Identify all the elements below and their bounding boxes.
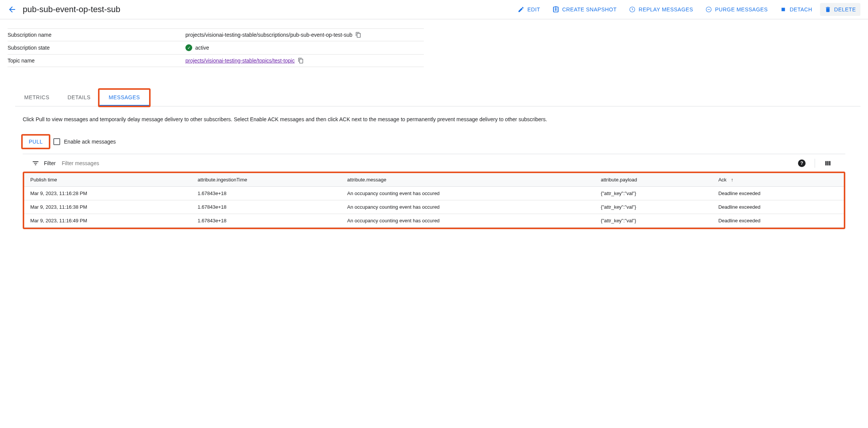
delete-button[interactable]: DELETE — [820, 3, 860, 16]
filter-row: Filter ? — [23, 154, 845, 172]
cell-payload: {"attr_key":"val"} — [595, 200, 712, 214]
col-ack[interactable]: Ack ↑ — [712, 173, 844, 187]
cell-publish_time: Mar 9, 2023, 11:16:28 PM — [24, 187, 191, 200]
cell-payload: {"attr_key":"val"} — [595, 214, 712, 228]
filter-icon — [32, 159, 39, 167]
copy-icon[interactable] — [355, 32, 361, 38]
cell-ack: Deadline exceeded — [712, 187, 844, 200]
tab-metrics[interactable]: METRICS — [15, 90, 59, 106]
cell-ingestion_time: 1.67843e+18 — [191, 200, 341, 214]
col-message[interactable]: attribute.message — [341, 173, 595, 187]
help-text: Click Pull to view messages and temporar… — [23, 116, 845, 123]
table-row: Mar 9, 2023, 11:16:28 PM1.67843e+18An oc… — [24, 187, 844, 200]
cell-message: An occupancy counting event has occured — [341, 214, 595, 228]
subscription-state-label: Subscription state — [8, 45, 185, 51]
cell-publish_time: Mar 9, 2023, 11:16:38 PM — [24, 200, 191, 214]
tabs: METRICS DETAILS MESSAGES — [15, 90, 860, 106]
trash-icon — [824, 6, 831, 13]
cell-payload: {"attr_key":"val"} — [595, 187, 712, 200]
svg-rect-3 — [782, 8, 785, 11]
snapshot-icon — [552, 6, 559, 13]
messages-table-wrapper: Publish time attribute.ingestionTime att… — [23, 172, 845, 229]
filter-input[interactable] — [60, 159, 793, 168]
messages-table: Publish time attribute.ingestionTime att… — [24, 173, 844, 228]
table-row: Mar 9, 2023, 11:16:49 PM1.67843e+18An oc… — [24, 214, 844, 228]
messages-controls: PULL Enable ack messages — [23, 136, 845, 148]
detail-row-topic-name: Topic name projects/visionai-testing-sta… — [8, 55, 424, 67]
page-title: pub-sub-event-op-test-sub — [23, 5, 120, 14]
filter-label: Filter — [44, 160, 56, 166]
subscription-name-value: projects/visionai-testing-stable/subscri… — [185, 32, 352, 38]
enable-ack-label: Enable ack messages — [64, 139, 116, 145]
topic-name-link[interactable]: projects/visionai-testing-stable/topics/… — [185, 58, 295, 64]
cell-ingestion_time: 1.67843e+18 — [191, 214, 341, 228]
messages-panel: Click Pull to view messages and temporar… — [8, 106, 860, 238]
cell-message: An occupancy counting event has occured — [341, 200, 595, 214]
detach-button[interactable]: DETACH — [775, 3, 817, 16]
cell-ack: Deadline exceeded — [712, 214, 844, 228]
col-publish-time[interactable]: Publish time — [24, 173, 191, 187]
tab-details[interactable]: DETAILS — [59, 90, 100, 106]
columns-icon[interactable] — [824, 159, 832, 167]
back-arrow-icon[interactable] — [8, 5, 17, 14]
cell-ack: Deadline exceeded — [712, 200, 844, 214]
topic-name-label: Topic name — [8, 58, 185, 64]
enable-ack-wrapper: Enable ack messages — [53, 138, 116, 145]
purge-messages-button[interactable]: PURGE MESSAGES — [701, 3, 772, 16]
copy-icon[interactable] — [298, 58, 304, 64]
enable-ack-checkbox[interactable] — [53, 138, 60, 145]
header-actions: EDIT CREATE SNAPSHOT REPLAY MESSAGES PUR… — [513, 3, 860, 16]
cell-message: An occupancy counting event has occured — [341, 187, 595, 200]
detach-icon — [780, 6, 787, 13]
detail-row-subscription-name: Subscription name projects/visionai-test… — [8, 28, 424, 41]
page-header: pub-sub-event-op-test-sub EDIT CREATE SN… — [0, 0, 868, 19]
check-icon — [185, 44, 192, 51]
tab-messages[interactable]: MESSAGES — [100, 90, 149, 106]
col-ingestion-time[interactable]: attribute.ingestionTime — [191, 173, 341, 187]
table-row: Mar 9, 2023, 11:16:38 PM1.67843e+18An oc… — [24, 200, 844, 214]
sort-up-icon: ↑ — [731, 177, 734, 183]
table-header-row: Publish time attribute.ingestionTime att… — [24, 173, 844, 187]
detail-row-subscription-state: Subscription state active — [8, 41, 424, 55]
replay-messages-button[interactable]: REPLAY MESSAGES — [624, 3, 698, 16]
divider — [815, 159, 815, 168]
subscription-state-value: active — [195, 45, 209, 51]
pull-button[interactable]: PULL — [23, 136, 49, 148]
subscription-name-label: Subscription name — [8, 32, 185, 38]
purge-icon — [705, 6, 712, 13]
cell-publish_time: Mar 9, 2023, 11:16:49 PM — [24, 214, 191, 228]
subscription-details: Subscription name projects/visionai-test… — [8, 28, 424, 67]
col-payload[interactable]: attribute.payload — [595, 173, 712, 187]
cell-ingestion_time: 1.67843e+18 — [191, 187, 341, 200]
create-snapshot-button[interactable]: CREATE SNAPSHOT — [548, 3, 621, 16]
edit-button[interactable]: EDIT — [513, 3, 545, 16]
pencil-icon — [518, 6, 524, 13]
replay-icon — [629, 6, 636, 13]
help-icon[interactable]: ? — [798, 159, 806, 167]
